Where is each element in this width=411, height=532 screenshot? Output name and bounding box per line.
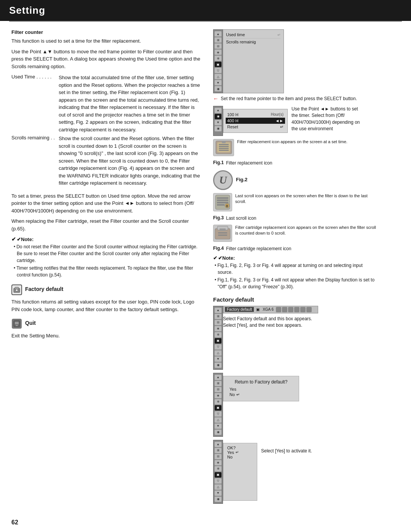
ok-yes-row: Yes ↵ xyxy=(227,450,253,455)
note-title: ✔✔Note: xyxy=(11,236,202,242)
factory-icon-8: △ xyxy=(215,350,221,356)
filter-counter-instruction: Use the Point ▲▼ buttons to move the red… xyxy=(11,48,202,70)
svg-rect-24 xyxy=(220,228,226,231)
timer-sidebar-icons: ▲ ◉ ▼ ◉ xyxy=(213,106,223,136)
fig3-subcaption: Last scroll icon appears on the screen w… xyxy=(235,193,377,205)
factory-default-icon xyxy=(11,284,22,295)
factory-menu-icon-sq: ▣ xyxy=(255,307,260,312)
svg-rect-14 xyxy=(217,197,228,199)
sidebar-icon-1: ▲ xyxy=(215,31,221,37)
timer-400h: 400 H xyxy=(227,118,238,123)
sidebar-icon-6-active: ▣ xyxy=(215,62,221,67)
caption-text: Set the red frame pointer to the item an… xyxy=(221,96,357,102)
svg-rect-4 xyxy=(15,322,19,324)
fig4-label: Fig.4 xyxy=(213,246,224,251)
fig2-label: Fig.2 xyxy=(236,177,247,182)
ok-icon-3: ⊟ xyxy=(215,454,221,459)
timer-icon-4: ◉ xyxy=(215,126,221,131)
factory-default-right-title: Factory default xyxy=(213,296,377,303)
filter-counter-para2: When replacing the Filter cartridge, res… xyxy=(11,217,202,232)
right-note-item-1: Fig.1, Fig. 2, Fig. 3 or Fig. 4 will app… xyxy=(215,262,377,276)
fig4-image xyxy=(213,225,232,242)
svg-rect-15 xyxy=(217,200,228,201)
filter-sidebar-panel: ▲ ⊞ ⊟ ◈ ⊕ ▣ ▽ △ ▼ ◉ Used time ↵ Scrolls … xyxy=(213,29,377,93)
right-note-title: ✔✔Note: xyxy=(213,255,377,261)
svg-rect-9 xyxy=(219,146,229,147)
ok-icon-7: ▽ xyxy=(215,478,221,484)
factory-menu-highlight: Factory default xyxy=(225,307,254,312)
ok-no-label: No xyxy=(227,455,233,459)
confirm-arrow: ↵ xyxy=(236,392,240,397)
note-item-1: Do not reset the Filter counter and the … xyxy=(14,243,202,264)
sidebar-icons: ▲ ⊞ ⊟ ◈ ⊕ ▣ ▽ △ ▼ ◉ xyxy=(213,29,223,93)
factory-menu-xga: XGA 6 xyxy=(262,307,274,312)
sidebar-icon-3: ⊟ xyxy=(215,43,221,49)
note-item-2: Timer setting notifies that the filter n… xyxy=(14,265,202,278)
fig1-subcaption: Filter replacement icon appears on the s… xyxy=(237,139,347,145)
confirm-icon-8: △ xyxy=(215,417,221,423)
svg-rect-7 xyxy=(217,142,230,152)
confirm-no-option: No ↵ xyxy=(229,392,293,397)
activate-text: Select [Yes] to activate it. xyxy=(261,447,312,454)
fig3-caption-block: Last scroll icon appears on the screen w… xyxy=(235,193,377,205)
ok-icon-10: ◉ xyxy=(215,497,221,502)
timer-panel: 100 H Hour(s) 400 H ◄► Reset ↵ xyxy=(223,109,288,133)
confirm-yes-option: Yes xyxy=(229,387,293,391)
right-column: ▲ ⊞ ⊟ ◈ ⊕ ▣ ▽ △ ▼ ◉ Used time ↵ Scrolls … xyxy=(209,29,377,504)
sidebar-icon-7: ▽ xyxy=(215,68,221,73)
menu-icon-4 xyxy=(294,307,299,312)
factory-default-desc: This function returns all setting values… xyxy=(11,298,202,313)
filter-counter-note: ✔✔Note: Do not reset the Filter counter … xyxy=(11,236,202,278)
left-column: Filter counter This function is used to … xyxy=(11,29,209,504)
confirm-icon-1: ▲ xyxy=(215,375,221,380)
factory-menu-bar: Factory default ▣ XGA 6 xyxy=(223,306,318,313)
timer-row-reset: Reset ↵ xyxy=(227,124,284,130)
used-time-term: Used Time . . . . . . xyxy=(11,74,59,135)
activate-text-block: Select [Yes] to activate it. xyxy=(261,440,312,457)
factory-menu-icons xyxy=(276,307,312,312)
used-time-desc: Show the total accumulated time of the f… xyxy=(59,74,202,135)
sidebar-icon-4: ◈ xyxy=(215,50,221,55)
factory-sidebar-icons: ▲ ⊞ ⊟ ◈ ⊕ ▣ ▽ △ ▼ ◉ xyxy=(213,306,223,370)
svg-rect-17 xyxy=(217,204,225,206)
fig4-caption-text: Filter cartridge replacement icon xyxy=(226,246,291,251)
filter-counter-para1: To set a timer, press the SELECT button … xyxy=(11,192,202,215)
confirm-icon-10: ◉ xyxy=(215,430,221,435)
quit-section: Quit xyxy=(11,318,202,329)
confirm-icon-2: ⊞ xyxy=(215,381,221,386)
timer-icon-3: ▼ xyxy=(215,120,221,125)
sidebar-icon-9: ▼ xyxy=(215,80,221,85)
timer-reset-arrow: ↵ xyxy=(280,125,284,129)
sidebar-icon-5: ⊕ xyxy=(215,56,221,61)
sidebar-icon-10: ◉ xyxy=(215,86,221,91)
right-note-block: ✔✔Note: Fig.1, Fig. 2, Fig. 3 or Fig. 4 … xyxy=(213,255,377,290)
timer-section: ▲ ◉ ▼ ◉ 100 H Hour(s) 400 H ◄► Reset xyxy=(213,106,377,136)
filter-counter-intro: This function is used to set a time for … xyxy=(11,37,202,45)
ok-sidebar-panel: ▲ ⊞ ⊟ ◈ ⊕ ▣ ▽ △ ▼ ◉ OK? xyxy=(213,440,257,504)
confirm-sidebar-icons: ▲ ⊞ ⊟ ◈ ⊕ ▣ ▽ △ ▼ ◉ xyxy=(213,373,223,437)
timer-row-400: 400 H ◄► xyxy=(226,118,285,124)
quit-title: Quit xyxy=(25,318,36,326)
note-list: Do not reset the Filter counter and the … xyxy=(11,243,202,278)
fig2-image: U xyxy=(213,170,233,190)
svg-text:0: 0 xyxy=(226,204,228,208)
filter-counter-title: Filter counter xyxy=(11,29,202,35)
definition-table: Used Time . . . . . . Show the total acc… xyxy=(11,74,202,189)
point-buttons-desc: Use the Point ◄► buttons to set the time… xyxy=(292,106,364,136)
svg-point-2 xyxy=(16,289,18,291)
fig2-block: U Fig.2 xyxy=(213,170,377,190)
menu-icon-1 xyxy=(276,307,281,312)
factory-icon-1: ▲ xyxy=(215,308,221,313)
factory-default-section: Factory default xyxy=(11,284,202,295)
sidebar-content: Used time ↵ Scrolls remainig xyxy=(223,29,284,93)
timer-icon-2-active: ◉ xyxy=(215,114,221,119)
ok-arrow: ↵ xyxy=(236,450,239,454)
svg-rect-11 xyxy=(219,150,229,151)
ok-icon-6: ▣ xyxy=(215,472,221,478)
quit-desc: Exit the Setting Menu. xyxy=(11,332,202,340)
fig1-label: Fig.1 xyxy=(213,160,224,165)
svg-rect-12 xyxy=(222,141,226,143)
confirm-panel: Return to Factory default? Yes No ↵ xyxy=(223,376,299,401)
menu-icon-5 xyxy=(300,307,306,312)
ok-label-row: OK? xyxy=(227,446,253,450)
